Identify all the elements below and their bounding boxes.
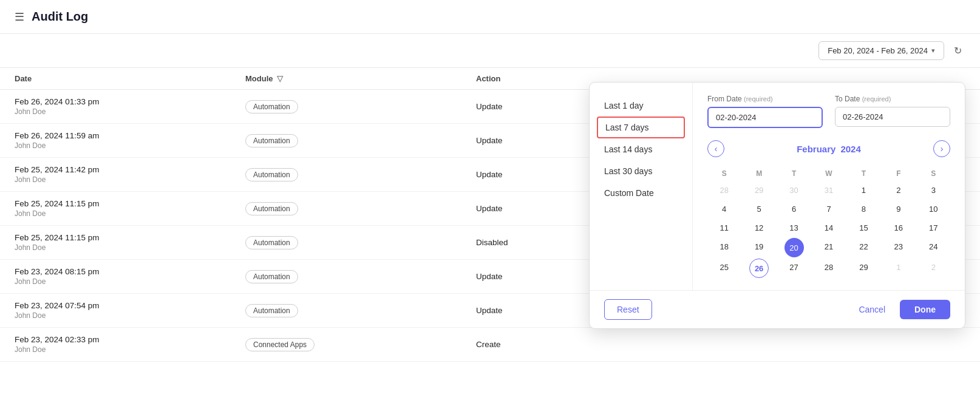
date-cell: Feb 26, 2024 01:33 pm John Doe	[15, 97, 245, 116]
calendar-day[interactable]: 31	[812, 181, 845, 199]
cancel-button[interactable]: Cancel	[850, 300, 894, 319]
preset-item[interactable]: Last 30 days	[590, 160, 692, 182]
calendar-day[interactable]: 28	[812, 259, 845, 278]
done-button[interactable]: Done	[900, 300, 950, 319]
user-text: John Doe	[15, 243, 245, 252]
calendar-day[interactable]: 27	[777, 259, 811, 278]
prev-month-button[interactable]: ‹	[707, 140, 724, 157]
calendar-day[interactable]: 26	[749, 259, 769, 278]
module-cell: Connected Apps	[245, 338, 476, 351]
refresh-button[interactable]: ↻	[950, 41, 965, 60]
calendar-day[interactable]: 17	[917, 219, 950, 237]
from-date-group: From Date (required)	[707, 95, 823, 128]
calendar-day[interactable]: 7	[812, 200, 845, 218]
reset-button[interactable]: Reset	[604, 299, 652, 320]
calendar: ‹ February 2024 › SMTWTFS282930311234567…	[707, 140, 950, 278]
calendar-day[interactable]: 24	[917, 238, 950, 257]
calendar-day[interactable]: 12	[742, 219, 775, 237]
header: ☰ Audit Log	[0, 0, 980, 34]
date-range-button[interactable]: Feb 20, 2024 - Feb 26, 2024 ▾	[818, 41, 944, 60]
calendar-day[interactable]: 10	[917, 200, 950, 218]
calendar-day[interactable]: 6	[777, 200, 811, 218]
module-cell: Automation	[245, 100, 476, 113]
calendar-day[interactable]: 1	[847, 181, 880, 199]
date-cell: Feb 23, 2024 07:54 pm John Doe	[15, 301, 245, 320]
from-date-input[interactable]	[707, 107, 823, 128]
preset-item[interactable]: Custom Date	[590, 182, 692, 204]
to-date-label: To Date (required)	[835, 95, 950, 103]
date-text: Feb 25, 2024 11:15 pm	[15, 233, 245, 242]
date-text: Feb 26, 2024 11:59 am	[15, 131, 245, 140]
calendar-day[interactable]: 22	[847, 238, 880, 257]
calendar-day[interactable]: 14	[812, 219, 845, 237]
calendar-day[interactable]: 15	[847, 219, 880, 237]
calendar-day[interactable]: 8	[847, 200, 880, 218]
calendar-day[interactable]: 4	[707, 200, 741, 218]
calendar-day[interactable]: 23	[882, 238, 915, 257]
date-cell: Feb 25, 2024 11:15 pm John Doe	[15, 233, 245, 252]
toolbar: Feb 20, 2024 - Feb 26, 2024 ▾ ↻	[0, 34, 980, 68]
calendar-nav: ‹ February 2024 ›	[707, 140, 950, 157]
hamburger-icon[interactable]: ☰	[15, 10, 24, 24]
table-row: Feb 23, 2024 02:33 pm John Doe Connected…	[0, 328, 980, 362]
preset-item[interactable]: Last 14 days	[590, 138, 692, 160]
day-header: F	[882, 167, 915, 180]
module-cell: Automation	[245, 168, 476, 181]
calendar-year: 2024	[840, 144, 860, 154]
calendar-section: From Date (required) To Date (required)	[693, 83, 965, 290]
date-text: Feb 23, 2024 08:15 pm	[15, 267, 245, 276]
action-cell: Create	[476, 340, 965, 349]
calendar-day[interactable]: 11	[707, 219, 741, 237]
calendar-day[interactable]: 1	[882, 259, 915, 278]
calendar-day[interactable]: 19	[742, 238, 775, 257]
calendar-day[interactable]: 13	[777, 219, 811, 237]
user-text: John Doe	[15, 311, 245, 320]
calendar-day[interactable]: 9	[882, 200, 915, 218]
module-badge: Automation	[245, 202, 298, 215]
date-cell: Feb 23, 2024 08:15 pm John Doe	[15, 267, 245, 286]
dropdown-body: Last 1 dayLast 7 daysLast 14 daysLast 30…	[590, 83, 965, 290]
calendar-day[interactable]: 5	[742, 200, 775, 218]
calendar-day[interactable]: 18	[707, 238, 741, 257]
day-header: S	[917, 167, 950, 180]
chevron-down-icon: ▾	[931, 47, 935, 55]
day-header: S	[707, 167, 741, 180]
calendar-day[interactable]: 25	[707, 259, 741, 278]
calendar-day[interactable]: 3	[917, 181, 950, 199]
calendar-day[interactable]: 30	[777, 181, 811, 199]
calendar-month-year: February 2024	[797, 144, 861, 154]
column-header-module: Module ▽	[245, 74, 476, 83]
date-cell: Feb 25, 2024 11:15 pm John Doe	[15, 199, 245, 218]
page-wrapper: ☰ Audit Log Feb 20, 2024 - Feb 26, 2024 …	[0, 0, 980, 406]
module-badge: Automation	[245, 236, 298, 249]
date-cell: Feb 26, 2024 11:59 am John Doe	[15, 131, 245, 150]
date-text: Feb 26, 2024 01:33 pm	[15, 97, 245, 106]
calendar-day[interactable]: 21	[812, 238, 845, 257]
calendar-day[interactable]: 28	[707, 181, 741, 199]
day-header: M	[742, 167, 775, 180]
module-cell: Automation	[245, 202, 476, 215]
module-badge: Connected Apps	[245, 338, 315, 351]
date-cell: Feb 23, 2024 02:33 pm John Doe	[15, 335, 245, 354]
calendar-day[interactable]: 29	[847, 259, 880, 278]
column-header-date: Date	[15, 74, 245, 83]
calendar-day[interactable]: 20	[784, 238, 804, 257]
module-cell: Automation	[245, 270, 476, 283]
filter-icon[interactable]: ▽	[277, 74, 283, 83]
calendar-day[interactable]: 2	[882, 181, 915, 199]
module-badge: Automation	[245, 100, 298, 113]
date-text: Feb 23, 2024 07:54 pm	[15, 301, 245, 310]
preset-item[interactable]: Last 1 day	[590, 95, 692, 117]
module-cell: Automation	[245, 236, 476, 249]
to-date-input[interactable]	[835, 107, 950, 127]
calendar-day[interactable]: 16	[882, 219, 915, 237]
user-text: John Doe	[15, 345, 245, 354]
calendar-day[interactable]: 2	[917, 259, 950, 278]
preset-list: Last 1 dayLast 7 daysLast 14 daysLast 30…	[590, 83, 693, 290]
user-text: John Doe	[15, 209, 245, 218]
calendar-grid: SMTWTFS282930311234567891011121314151617…	[707, 167, 950, 278]
preset-item[interactable]: Last 7 days	[597, 117, 685, 138]
calendar-day[interactable]: 29	[742, 181, 775, 199]
next-month-button[interactable]: ›	[933, 140, 950, 157]
dropdown-footer: Reset Cancel Done	[590, 290, 965, 328]
